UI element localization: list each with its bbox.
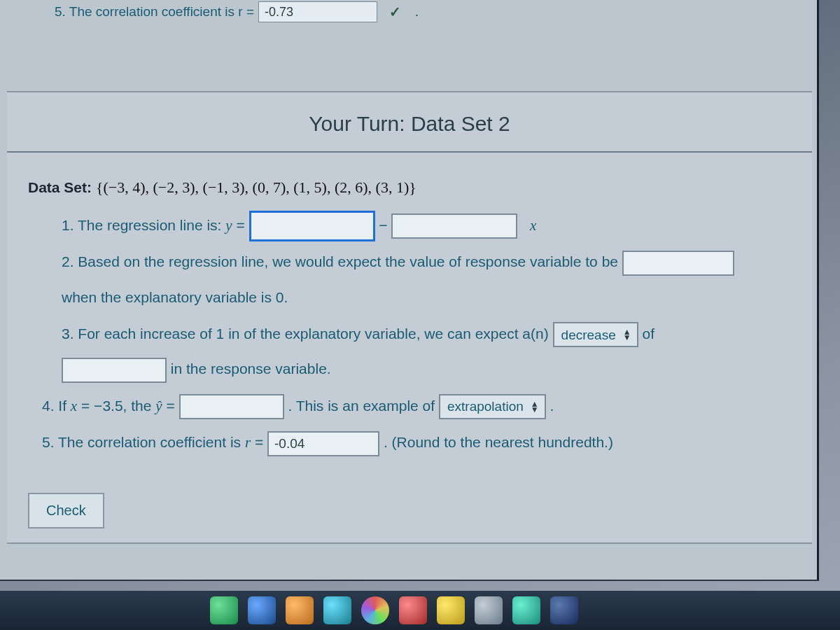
q3-input[interactable] <box>62 358 167 383</box>
q1-x: x <box>530 217 536 234</box>
taskbar-icon-10[interactable] <box>550 596 578 624</box>
q1-line: 1. The regression line is: y = − x <box>28 208 791 243</box>
q5-line: 5. The correlation coefficient is r = . … <box>28 425 791 460</box>
q4-select[interactable]: extrapolation ▲▼ <box>439 394 546 419</box>
taskbar-icon-9[interactable] <box>512 596 540 624</box>
taskbar-icon-5[interactable] <box>361 596 389 624</box>
taskbar-icon-2[interactable] <box>248 596 276 624</box>
updown-icon: ▲▼ <box>531 401 539 412</box>
worksheet-screen: 5. The correlation coefficient is r = ✓ … <box>0 0 819 581</box>
dataset-row: Data Set: {(−3, 4), (−2, 3), (−1, 3), (0… <box>28 169 791 206</box>
prev-q5-input[interactable] <box>258 1 377 22</box>
dataset-value: {(−3, 4), (−2, 3), (−1, 3), (0, 7), (1, … <box>96 178 416 196</box>
q5-input[interactable] <box>267 431 379 456</box>
q1-input-a[interactable] <box>249 211 375 241</box>
q3-text-b: in the response variable. <box>171 360 331 377</box>
q1-minus: − <box>379 217 387 233</box>
q3-line: 3. For each increase of 1 in of the expl… <box>28 316 791 387</box>
q1-input-b[interactable] <box>391 214 517 239</box>
q4-select-value: extrapolation <box>447 391 524 423</box>
q2-text-b: when the explanatory variable is 0. <box>62 289 288 305</box>
q4-text-b: . This is an example of <box>288 398 435 414</box>
checkmark-icon: ✓ <box>386 2 405 22</box>
q4-text-a: 4. If x = −3.5, the ŷ = <box>42 398 175 414</box>
q5-text-a: 5. The correlation coefficient is r = <box>42 434 263 450</box>
q3-text-a: 3. For each increase of 1 in of the expl… <box>62 326 549 342</box>
q2-text-a: 2. Based on the regression line, we woul… <box>62 253 618 270</box>
prev-q5-label: 5. The correlation coefficient is r = <box>55 4 254 20</box>
dataset2-panel: Your Turn: Data Set 2 Data Set: {(−3, 4)… <box>7 91 812 544</box>
updown-icon: ▲▼ <box>623 329 631 340</box>
q4-line: 4. If x = −3.5, the ŷ = . This is an exa… <box>28 388 791 424</box>
panel-content: Data Set: {(−3, 4), (−2, 3), (−1, 3), (0… <box>7 153 812 468</box>
q5-text-b: . (Round to the nearest hundredth.) <box>384 434 613 450</box>
panel-title-wrap: Your Turn: Data Set 2 <box>7 92 812 153</box>
q4-period: . <box>550 398 554 414</box>
taskbar-icon-3[interactable] <box>286 596 314 624</box>
dataset-label: Data Set: <box>28 179 92 195</box>
q3-select-value: decrease <box>561 319 616 351</box>
taskbar <box>0 591 840 630</box>
prev-q5-period: . <box>415 5 419 20</box>
taskbar-icon-6[interactable] <box>399 596 427 624</box>
panel-title: Your Turn: Data Set 2 <box>7 112 812 136</box>
taskbar-icon-7[interactable] <box>437 596 465 624</box>
q2-input[interactable] <box>622 251 734 276</box>
check-button[interactable]: Check <box>28 493 104 528</box>
taskbar-icon-1[interactable] <box>210 596 238 624</box>
q2-line: 2. Based on the regression line, we woul… <box>28 244 791 315</box>
taskbar-icon-4[interactable] <box>323 596 351 624</box>
q3-of: of <box>642 326 654 342</box>
q1-text: 1. The regression line is: y = <box>62 217 245 233</box>
prev-q5-row: 5. The correlation coefficient is r = ✓ … <box>55 1 419 22</box>
taskbar-icon-8[interactable] <box>475 596 503 624</box>
q4-input[interactable] <box>179 394 284 419</box>
q3-select[interactable]: decrease ▲▼ <box>553 322 638 347</box>
